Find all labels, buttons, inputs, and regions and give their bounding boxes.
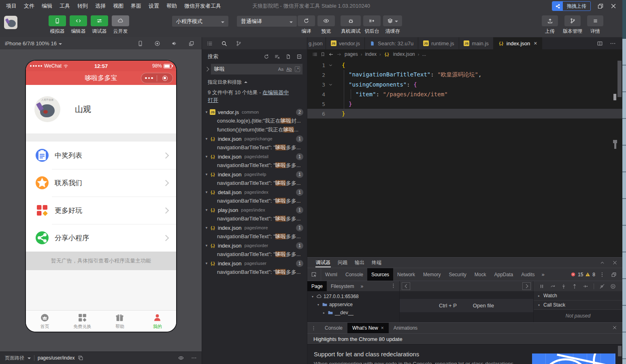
- devtools-menu-icon[interactable]: [599, 272, 605, 277]
- search-result-match[interactable]: navigationBarTitleText": "哆啦多多...: [202, 179, 307, 188]
- tab-apps-gray[interactable]: 免费兑换: [64, 311, 101, 332]
- open-file-label[interactable]: Open file: [473, 303, 494, 309]
- search-result-file[interactable]: ▼{..}index.jsonpages\order1: [202, 241, 307, 250]
- console-status[interactable]: 158: [571, 272, 599, 277]
- search-result-match[interactable]: navigationBarTitleText": "哆啦多多...: [202, 268, 307, 277]
- menu-item-apps[interactable]: 更多好玩: [26, 197, 176, 224]
- search-input[interactable]: [213, 66, 256, 73]
- exit-circle-icon[interactable]: [157, 76, 172, 81]
- search-result-match[interactable]: navigationBarTitleText": "哆啦多多...: [202, 143, 307, 152]
- sound-icon[interactable]: [171, 40, 177, 47]
- more-tabs-icon[interactable]: [610, 40, 616, 47]
- toggle-phone-button[interactable]: 模拟器: [49, 15, 66, 35]
- drawer-menu-icon[interactable]: [311, 326, 316, 331]
- compile-select[interactable]: 普通编译: [237, 16, 297, 27]
- mode-select[interactable]: 小程序模式: [172, 16, 228, 27]
- devtools-tab-security[interactable]: Security: [445, 268, 470, 281]
- nav-back-icon[interactable]: [402, 282, 410, 290]
- tree-item[interactable]: ▾appservice: [307, 301, 399, 309]
- visibility-icon[interactable]: [178, 355, 184, 361]
- close-window-button[interactable]: [610, 3, 617, 9]
- editor-scrollbar[interactable]: [617, 61, 622, 97]
- clear-results-icon[interactable]: [275, 54, 280, 59]
- code-editor[interactable]: 1{2"navigationBarTitleText": "欧皇源码论坛",3"…: [307, 59, 622, 257]
- step-out-icon[interactable]: [572, 284, 577, 289]
- call-stack-section[interactable]: ▾Call Stack: [534, 301, 622, 310]
- layers-button[interactable]: 清缓存: [383, 15, 402, 35]
- search-result-match[interactable]: navigationBarTitleText": "哆啦多多...: [202, 161, 307, 170]
- step-over-icon[interactable]: [550, 284, 556, 289]
- search-result-file[interactable]: ▼JSvendor.jscommon2: [202, 108, 307, 116]
- search-result-file[interactable]: ▼{..}index.jsonpages\detail1: [202, 152, 307, 161]
- editor-tab[interactable]: {..}index.json×: [494, 37, 542, 49]
- bug-button[interactable]: 真机调试: [341, 15, 361, 35]
- toggle-code-button[interactable]: 编辑器: [70, 15, 87, 35]
- drawer-tab[interactable]: Animations: [389, 323, 422, 333]
- search-result-match[interactable]: navigationBarTitleText": "哆啦多多...: [202, 232, 307, 241]
- devtools-tab-appdata[interactable]: AppData: [490, 268, 517, 281]
- nav-forward-icon[interactable]: [522, 282, 531, 290]
- more-dots-icon[interactable]: [141, 77, 157, 79]
- breadcrumb-item[interactable]: index: [365, 51, 377, 57]
- branch-button[interactable]: 版本管理: [563, 15, 582, 35]
- search-result-match[interactable]: navigationBarTitleText": "哆啦多多...: [202, 214, 307, 223]
- drawer-scrollbar[interactable]: [618, 346, 622, 356]
- drag-upload-badge[interactable]: 拖拽上传: [552, 1, 591, 11]
- page-path-label[interactable]: 页面路径: [5, 355, 24, 362]
- search-result-file[interactable]: ▼{..}play.jsonpages\index1: [202, 205, 307, 214]
- pause-script-icon[interactable]: [539, 284, 545, 289]
- open-in-editor-icon[interactable]: [285, 54, 291, 59]
- devtools-tab-memory[interactable]: Memory: [419, 268, 445, 281]
- menubar-item[interactable]: 微信开发者工具: [181, 0, 225, 12]
- regex-icon[interactable]: .*: [295, 66, 300, 72]
- refresh-button[interactable]: 编译: [298, 15, 315, 35]
- search-result-file[interactable]: ▼{..}index.jsonpages\user1: [202, 259, 307, 268]
- file-list-icon[interactable]: [207, 40, 213, 47]
- devtools-tab-sources[interactable]: Sources: [367, 268, 393, 281]
- step-into-icon[interactable]: [561, 284, 566, 289]
- undock-icon[interactable]: [611, 272, 617, 277]
- menubar-item[interactable]: 转到: [74, 0, 92, 12]
- menubar-item[interactable]: 视图: [109, 0, 127, 12]
- search-result-file[interactable]: ▼{..}detail.jsonpages\index1: [202, 188, 307, 197]
- close-drawer-icon[interactable]: [612, 325, 617, 330]
- whole-word-icon[interactable]: Ab: [286, 67, 292, 72]
- menu-item-star[interactable]: 联系我们: [26, 169, 176, 197]
- menu-item-clipboard[interactable]: 中奖列表: [26, 142, 176, 169]
- search-result-file[interactable]: ▼{..}index.jsonpages\change1: [202, 134, 307, 143]
- menubar-item[interactable]: 项目: [2, 0, 20, 12]
- debugger-tab[interactable]: 调试器: [312, 258, 334, 268]
- more-tabs-icon[interactable]: »: [539, 271, 547, 277]
- sources-tab-page[interactable]: Page: [307, 281, 327, 291]
- editor-tab[interactable]: Search: 32.u7u: [365, 37, 418, 49]
- search-result-match[interactable]: navigationBarTitleText": "哆啦多多...: [202, 197, 307, 205]
- close-tab-icon[interactable]: ×: [381, 325, 384, 331]
- breadcrumb-item[interactable]: pages: [345, 51, 358, 57]
- capsule-menu[interactable]: [141, 73, 173, 83]
- step-icon[interactable]: [583, 284, 588, 289]
- match-case-icon[interactable]: Aa: [278, 67, 283, 72]
- user-avatar[interactable]: 人间不值得: [34, 96, 60, 122]
- toggle-cloud-button[interactable]: 云开发: [112, 15, 129, 35]
- menubar-item[interactable]: 界面: [127, 0, 145, 12]
- details-button[interactable]: 详情: [587, 15, 603, 35]
- tab-crown-circ[interactable]: 首页: [26, 311, 64, 332]
- refresh-search-icon[interactable]: [264, 54, 269, 59]
- editor-tab[interactable]: g.json: [307, 37, 326, 49]
- editor-tab[interactable]: JSvendor.js: [326, 37, 365, 49]
- upload-button[interactable]: 上传: [542, 15, 558, 35]
- collapse-all-icon[interactable]: [296, 54, 302, 59]
- copy-path-icon[interactable]: [78, 355, 83, 361]
- sources-tab-filesystem[interactable]: Filesystem: [327, 281, 358, 291]
- tab-gift[interactable]: 帮助: [101, 311, 139, 332]
- watch-section[interactable]: ▸Watch: [534, 291, 622, 301]
- devtools-tab-network[interactable]: Network: [393, 268, 419, 281]
- search-icon[interactable]: [221, 40, 227, 47]
- close-tab-icon[interactable]: ×: [534, 40, 537, 47]
- inspect-element-button[interactable]: [307, 268, 321, 281]
- search-result-match[interactable]: function(){return{title:"我正在哆啦...: [202, 125, 307, 134]
- devtools-tab-audits[interactable]: Audits: [517, 268, 539, 281]
- tree-item[interactable]: ▸__dev__: [307, 309, 399, 317]
- menubar-item[interactable]: 设置: [145, 0, 163, 12]
- toggle-tune-button[interactable]: 调试器: [91, 15, 108, 35]
